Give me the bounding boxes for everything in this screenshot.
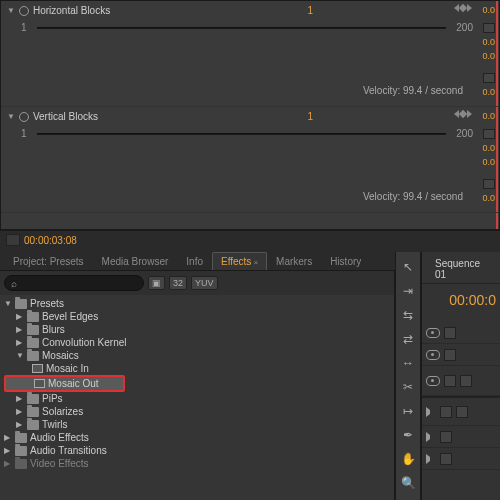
timecode-bar: 00:00:03:08	[0, 230, 500, 249]
tree-folder[interactable]: ▶ PiPs	[4, 392, 390, 405]
fx-badge-icon[interactable]: ▣	[148, 276, 165, 290]
razor-tool-icon[interactable]: ✂	[399, 378, 417, 396]
tab-sequence[interactable]: Sequence 01	[426, 254, 496, 283]
property-name: Horizontal Blocks	[33, 5, 110, 16]
zoom-tool-icon[interactable]: 🔍	[399, 474, 417, 492]
effect-controls-panel: ▼ Horizontal Blocks 1 1 200 Velocity: 99…	[0, 0, 500, 230]
eye-icon[interactable]	[426, 376, 440, 386]
tree-folder-audio-transitions[interactable]: ▶ Audio Transitions	[4, 444, 390, 457]
track-toggle[interactable]	[460, 375, 472, 387]
search-input[interactable]: ⌕	[4, 275, 144, 291]
tree-preset-mosaic-out[interactable]: Mosaic Out	[4, 375, 125, 392]
tree-folder-mosaics[interactable]: ▼ Mosaics	[4, 349, 390, 362]
tree-preset-mosaic-in[interactable]: Mosaic In	[4, 362, 390, 375]
speaker-icon[interactable]	[426, 407, 436, 417]
effects-tree: ▼ Presets ▶ Bevel Edges ▶ Blurs ▶ Convol…	[0, 295, 394, 472]
rate-stretch-tool-icon[interactable]: ↔	[399, 354, 417, 372]
video-track-header[interactable]	[422, 366, 500, 396]
track-toggle[interactable]	[456, 406, 468, 418]
sequence-timecode[interactable]: 00:00:0	[422, 284, 500, 316]
eye-icon[interactable]	[426, 350, 440, 360]
sequence-panel: Sequence 01 00:00:0	[421, 252, 500, 500]
audio-track-header[interactable]	[422, 448, 500, 470]
track-toggle[interactable]	[444, 375, 456, 387]
tree-folder[interactable]: ▶ Solarizes	[4, 405, 390, 418]
folder-icon	[27, 420, 39, 430]
stopwatch-icon[interactable]	[19, 6, 29, 16]
twirl-down-icon[interactable]: ▼	[4, 299, 12, 308]
graph-toggle[interactable]	[483, 129, 495, 139]
video-track-header[interactable]	[422, 344, 500, 366]
slider-track[interactable]	[37, 133, 447, 135]
twirl-right-icon[interactable]: ▶	[16, 420, 24, 429]
twirl-down-icon[interactable]: ▼	[7, 6, 15, 15]
twirl-right-icon[interactable]: ▶	[16, 338, 24, 347]
speaker-icon[interactable]	[426, 432, 436, 442]
preset-icon	[32, 364, 43, 373]
eye-icon[interactable]	[426, 328, 440, 338]
folder-icon	[15, 446, 27, 456]
folder-icon	[15, 299, 27, 309]
velocity-readout: Velocity: 99.4 / second	[7, 191, 463, 202]
twirl-down-icon[interactable]: ▼	[7, 112, 15, 121]
twirl-right-icon[interactable]: ▶	[16, 325, 24, 334]
tab-history[interactable]: History	[321, 252, 370, 270]
twirl-right-icon[interactable]: ▶	[4, 433, 12, 442]
timecode-button[interactable]	[6, 234, 20, 246]
graph-toggle[interactable]	[483, 23, 495, 33]
audio-track-header[interactable]	[422, 396, 500, 426]
tab-info[interactable]: Info	[177, 252, 212, 270]
search-icon: ⌕	[11, 278, 17, 289]
track-toggle[interactable]	[440, 431, 452, 443]
graph-toggle[interactable]	[483, 73, 495, 83]
btn-yuv[interactable]: YUV	[191, 276, 218, 290]
rolling-edit-tool-icon[interactable]: ⇄	[399, 330, 417, 348]
folder-icon	[27, 407, 39, 417]
effects-panel: ⌕ ▣ 32 YUV ▼ Presets ▶ Bevel Edges ▶ Blu…	[0, 271, 395, 500]
tree-folder-audio-effects[interactable]: ▶ Audio Effects	[4, 431, 390, 444]
track-select-tool-icon[interactable]: ⇥	[399, 282, 417, 300]
ripple-edit-tool-icon[interactable]: ⇆	[399, 306, 417, 324]
pen-tool-icon[interactable]: ✒	[399, 426, 417, 444]
close-icon[interactable]: ×	[253, 258, 258, 267]
tab-media-browser[interactable]: Media Browser	[93, 252, 178, 270]
twirl-down-icon[interactable]: ▼	[16, 351, 24, 360]
tree-folder-video-effects[interactable]: ▶ Video Effects	[4, 457, 390, 470]
stopwatch-icon[interactable]	[19, 112, 29, 122]
tree-folder[interactable]: ▶ Convolution Kernel	[4, 336, 390, 349]
tab-effects[interactable]: Effects×	[212, 252, 267, 270]
folder-icon	[15, 459, 27, 469]
graph-toggle[interactable]	[483, 179, 495, 189]
tree-folder[interactable]: ▶ Bevel Edges	[4, 310, 390, 323]
slip-tool-icon[interactable]: ↦	[399, 402, 417, 420]
twirl-right-icon[interactable]: ▶	[4, 459, 12, 468]
track-toggle[interactable]	[444, 349, 456, 361]
track-toggle[interactable]	[440, 453, 452, 465]
tree-folder-presets[interactable]: ▼ Presets	[4, 297, 390, 310]
slider-min: 1	[21, 22, 27, 33]
video-track-header[interactable]	[422, 322, 500, 344]
twirl-right-icon[interactable]: ▶	[16, 407, 24, 416]
twirl-right-icon[interactable]: ▶	[16, 394, 24, 403]
speaker-icon[interactable]	[426, 454, 436, 464]
property-value[interactable]: 1	[307, 5, 313, 16]
hand-tool-icon[interactable]: ✋	[399, 450, 417, 468]
timecode-text[interactable]: 00:00:03:08	[24, 235, 77, 246]
track-toggle[interactable]	[440, 406, 452, 418]
tree-folder[interactable]: ▶ Twirls	[4, 418, 390, 431]
tree-folder[interactable]: ▶ Blurs	[4, 323, 390, 336]
tab-markers[interactable]: Markers	[267, 252, 321, 270]
btn-32[interactable]: 32	[169, 276, 187, 290]
folder-icon	[27, 394, 39, 404]
twirl-right-icon[interactable]: ▶	[4, 446, 12, 455]
twirl-right-icon[interactable]: ▶	[16, 312, 24, 321]
tab-project[interactable]: Project: Presets	[4, 252, 93, 270]
folder-icon	[27, 338, 39, 348]
slider-min: 1	[21, 128, 27, 139]
audio-track-header[interactable]	[422, 426, 500, 448]
slider-track[interactable]	[37, 27, 447, 29]
track-toggle[interactable]	[444, 327, 456, 339]
property-value[interactable]: 1	[307, 111, 313, 122]
selection-tool-icon[interactable]: ↖	[399, 258, 417, 276]
track-headers	[422, 322, 500, 470]
